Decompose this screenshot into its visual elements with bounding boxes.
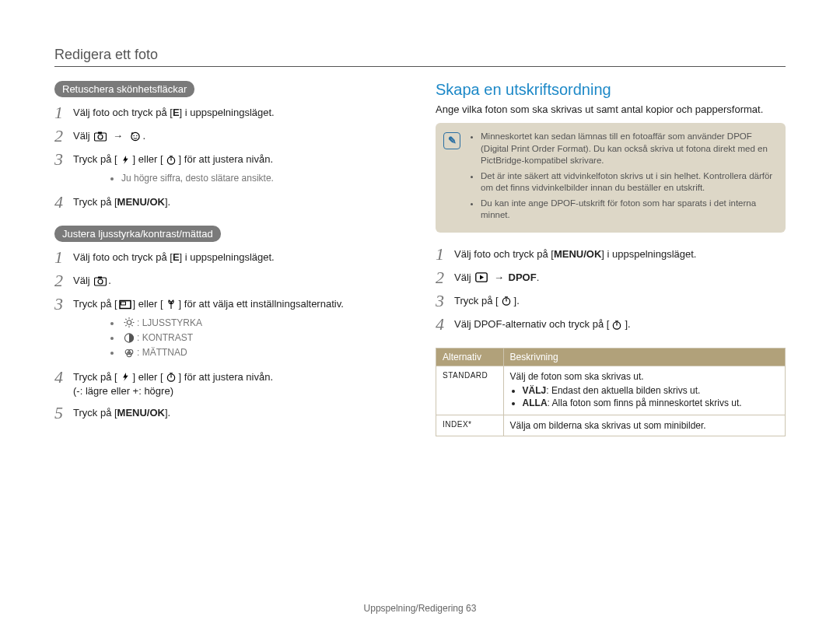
flash-icon: [119, 153, 131, 167]
desc-item: VÄLJ: Endast den aktuella bilden skrivs …: [523, 385, 779, 396]
step-body: Välj DPOF-alternativ och tryck på [].: [454, 315, 631, 332]
step: 1Välj foto och tryck på [MENU/OK] i upps…: [436, 245, 786, 264]
step: 1Välj foto och tryck på [E] i uppspelnin…: [54, 103, 404, 122]
steps-dpof: 1Välj foto och tryck på [MENU/OK] i upps…: [436, 245, 786, 335]
page-footer: Uppspelning/Redigering 63: [0, 603, 840, 614]
disp-icon: [119, 298, 131, 312]
step: 2Välj → .: [54, 127, 404, 145]
step-body: Tryck på [] eller [] för att justera niv…: [73, 368, 273, 399]
step-number: 2: [54, 127, 73, 145]
macro-icon: [165, 298, 177, 312]
steps-retouch: 1Välj foto och tryck på [E] i uppspelnin…: [54, 103, 404, 212]
cell-option: INDEX*: [436, 415, 504, 436]
timer-icon: [165, 370, 177, 384]
step: 2Välj → DPOF.: [436, 268, 786, 287]
step-body: Tryck på [MENU/OK].: [73, 404, 170, 420]
step-number: 1: [54, 248, 73, 267]
steps-adjust: 1Välj foto och tryck på [E] i uppspelnin…: [54, 248, 404, 422]
sub-bullet: : LJUSSTYRKA: [121, 317, 344, 330]
options-table: Alternativ Beskrivning STANDARDVälj de f…: [436, 348, 786, 436]
cell-option: STANDARD: [436, 366, 504, 415]
step: 2Välj .: [54, 271, 404, 290]
footer-section: Uppspelning/Redigering: [364, 603, 464, 614]
timer-icon: [611, 318, 623, 332]
step-number: 3: [54, 150, 73, 169]
step-body: Tryck på [].: [454, 292, 520, 309]
timer-icon: [165, 153, 177, 167]
step-number: 2: [436, 268, 454, 287]
step-sub-bullets: : LJUSSTYRKA: KONTRAST: MÄTTNAD: [90, 317, 344, 360]
step: 3Tryck på [] eller [] för att justera ni…: [54, 150, 404, 187]
play-icon: [475, 271, 488, 285]
desc-item: ALLA: Alla foton som finns på minneskort…: [523, 398, 779, 408]
face-icon: [129, 130, 142, 144]
step-number: 5: [54, 404, 73, 422]
pill-retouch: Retuschera skönhetsfläckar: [54, 81, 194, 97]
sun-icon: [123, 317, 135, 330]
step: 5Tryck på [MENU/OK].: [54, 404, 404, 422]
photo-icon: [94, 275, 107, 289]
step: 4Tryck på [] eller [] för att justera ni…: [54, 368, 404, 399]
note-icon: ✎: [443, 132, 460, 149]
step-body: Tryck på [] eller [] för att välja ett i…: [73, 295, 344, 363]
step-number: 4: [54, 368, 73, 387]
pill-adjust: Justera ljusstyrka/kontrast/mättad: [54, 226, 221, 242]
dpof-intro: Ange vilka foton som ska skrivas ut samt…: [436, 103, 786, 115]
table-row: INDEX*Välja om bilderna ska skrivas ut s…: [436, 415, 786, 436]
title-rule: [54, 66, 786, 67]
step: 1Välj foto och tryck på [E] i uppspelnin…: [54, 248, 404, 267]
table-row: STANDARDVälj de foton som ska skrivas ut…: [436, 366, 786, 415]
note-item: Du kan inte ange DPOF-utskrift för foton…: [481, 198, 775, 222]
step-number: 1: [436, 245, 454, 264]
step-body: Välj foto och tryck på [E] i uppspelning…: [73, 248, 275, 264]
step-body: Tryck på [] eller [] för att justera niv…: [73, 150, 274, 187]
step-body: Tryck på [MENU/OK].: [73, 193, 170, 209]
step-sub-bullets: Ju högre siffra, desto slätare ansikte.: [90, 172, 274, 185]
step-number: 2: [54, 271, 73, 290]
left-column: Retuschera skönhetsfläckar 1Välj foto oc…: [54, 81, 404, 436]
note-item: Det är inte säkert att vidvinkelfoton sk…: [481, 170, 775, 194]
step: 3Tryck på [].: [436, 292, 786, 310]
step: 4Tryck på [MENU/OK].: [54, 193, 404, 212]
note-item: Minneskortet kan sedan lämnas till en fo…: [481, 131, 775, 167]
step-body: Välj foto och tryck på [E] i uppspelning…: [73, 103, 275, 120]
step-body: Välj foto och tryck på [MENU/OK] i uppsp…: [454, 245, 696, 261]
step-number: 3: [436, 292, 454, 310]
step: 4Välj DPOF-alternativ och tryck på [].: [436, 315, 786, 334]
sub-bullet: : MÄTTNAD: [121, 346, 344, 359]
timer-icon: [500, 294, 513, 308]
th-description: Beskrivning: [503, 349, 785, 366]
step-body: Välj → .: [73, 127, 145, 144]
note-box: ✎ Minneskortet kan sedan lämnas till en …: [436, 123, 786, 233]
sub-bullet: : KONTRAST: [121, 331, 344, 345]
step-number: 3: [54, 295, 73, 313]
step-number: 4: [54, 193, 73, 212]
th-option: Alternativ: [436, 349, 504, 366]
cell-description: Välj de foton som ska skrivas ut.VÄLJ: E…: [503, 366, 785, 415]
right-column: Skapa en utskriftsordning Ange vilka fot…: [436, 81, 786, 436]
sub-bullet: Ju högre siffra, desto slätare ansikte.: [121, 172, 274, 185]
page-title: Redigera ett foto: [54, 47, 786, 63]
step: 3Tryck på [] eller [] för att välja ett …: [54, 295, 404, 363]
sat-icon: [123, 347, 135, 360]
cell-description: Välja om bilderna ska skrivas ut som min…: [503, 415, 785, 436]
contrast-icon: [123, 332, 135, 345]
step-body: Välj .: [73, 271, 111, 289]
step-body: Välj → DPOF.: [454, 268, 539, 285]
section-title-dpof: Skapa en utskriftsordning: [436, 81, 786, 99]
step-number: 1: [54, 103, 73, 122]
footer-page: 63: [466, 603, 476, 614]
flash-icon: [119, 370, 131, 384]
photo-icon: [94, 130, 107, 144]
step-number: 4: [436, 315, 454, 334]
